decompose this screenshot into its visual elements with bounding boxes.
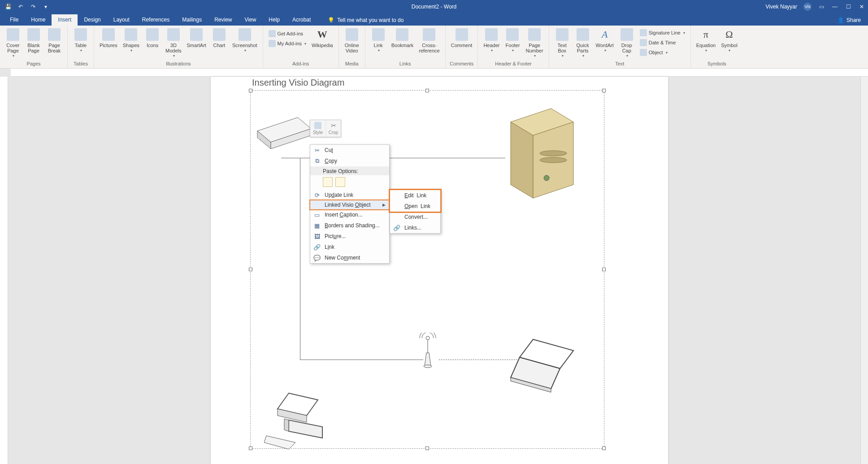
screenshot-button[interactable]: Screenshot▾ (230, 26, 259, 54)
online-video-button[interactable]: Online Video (343, 26, 361, 54)
date-time-button[interactable]: Date & Time (638, 38, 687, 47)
linked-visio-object[interactable]: Style ✂ Crop ✂ Cut ⧉ Copy Paste Options: (250, 90, 604, 449)
quick-parts-button[interactable]: Quick Parts▾ (573, 26, 592, 59)
ctx-borders-shading[interactable]: ▦ Borders and Shading... (310, 220, 389, 231)
svg-marker-4 (511, 122, 533, 198)
symbol-button[interactable]: ΩSymbol▾ (719, 26, 739, 54)
resize-handle-icon[interactable] (249, 447, 252, 450)
borders-icon: ▦ (313, 221, 321, 230)
resize-handle-icon[interactable] (602, 268, 606, 271)
drop-cap-button[interactable]: Drop Cap▾ (617, 26, 636, 59)
ctx-new-comment[interactable]: 💬 New Comment (310, 252, 389, 263)
text-box-button[interactable]: Text Box▾ (553, 26, 572, 59)
resize-handle-icon[interactable] (602, 447, 606, 450)
share-icon: 👤 (838, 17, 844, 23)
signature-line-button[interactable]: Signature Line▾ (638, 28, 687, 37)
resize-handle-icon[interactable] (249, 89, 252, 92)
sub-edit-link[interactable]: Edit Link (390, 190, 440, 201)
vertical-ruler[interactable] (0, 77, 8, 464)
smartart-label: SmartArt (187, 43, 206, 48)
resize-handle-icon[interactable] (249, 268, 252, 271)
ctx-copy[interactable]: ⧉ Copy (310, 156, 389, 166)
ctx-update-link[interactable]: ⟳ Update Link (310, 190, 389, 200)
my-addins-button[interactable]: My Add-ins▾ (267, 39, 308, 48)
tab-acrobat[interactable]: Acrobat (286, 14, 317, 26)
chart-button[interactable]: Chart (210, 26, 229, 49)
blank-page-button[interactable]: Blank Page (24, 26, 43, 54)
vertical-scrollbar[interactable] (860, 77, 868, 464)
tab-review[interactable]: Review (208, 14, 238, 26)
table-icon (74, 28, 87, 41)
comment-label: Comment (451, 43, 473, 48)
object-button[interactable]: Object▾ (638, 48, 687, 57)
cover-page-button[interactable]: Cover Page▾ (4, 26, 22, 59)
tab-help[interactable]: Help (262, 14, 286, 26)
close-icon[interactable]: ✕ (858, 3, 865, 10)
ctx-link[interactable]: 🔗 Link (310, 242, 389, 252)
tell-me-search[interactable]: 💡 Tell me what you want to do (321, 15, 410, 26)
wikipedia-button[interactable]: WWikipedia (310, 26, 335, 49)
context-menu: ✂ Cut ⧉ Copy Paste Options: ⟳ Update Lin… (310, 144, 390, 264)
cross-reference-button[interactable]: Cross- reference (417, 26, 441, 54)
tab-design[interactable]: Design (78, 14, 107, 26)
undo-icon[interactable]: ↶ (17, 3, 24, 10)
sub-convert[interactable]: Convert... (390, 212, 440, 222)
redo-icon[interactable]: ↷ (30, 3, 37, 10)
signature-line-label: Signature Line (649, 30, 681, 35)
tab-file[interactable]: File (4, 14, 25, 26)
smartart-button[interactable]: SmartArt (185, 26, 208, 49)
shapes-button[interactable]: Shapes▾ (121, 26, 141, 54)
ribbon-options-icon[interactable]: ▭ (818, 3, 825, 10)
footer-button[interactable]: Footer▾ (503, 26, 522, 54)
wordart-button[interactable]: AWordArt▾ (594, 26, 616, 54)
link-button[interactable]: Link▾ (369, 26, 388, 54)
resize-handle-icon[interactable] (425, 447, 429, 450)
tab-references[interactable]: References (136, 14, 176, 26)
3d-models-button[interactable]: 3D Models▾ (164, 26, 183, 59)
pictures-button[interactable]: Pictures (98, 26, 119, 49)
tab-mailings[interactable]: Mailings (176, 14, 208, 26)
tab-insert[interactable]: Insert (52, 14, 78, 26)
tab-layout[interactable]: Layout (107, 14, 136, 26)
document-heading: Inserting Visio Diagram (252, 78, 344, 88)
lightbulb-icon: 💡 (328, 17, 334, 23)
maximize-icon[interactable]: ☐ (845, 3, 852, 10)
paste-picture-icon[interactable] (335, 177, 345, 187)
page-number-button[interactable]: Page Number▾ (524, 26, 545, 59)
share-button[interactable]: 👤 Share (830, 15, 868, 26)
connector-line (300, 158, 300, 360)
equation-label: Equation (696, 43, 716, 48)
save-icon[interactable]: 💾 (4, 3, 12, 10)
ctx-linked-visio-object[interactable]: Linked Visio Object ▶ (309, 199, 390, 210)
ctx-picture[interactable]: 🖼 Picture... (310, 231, 389, 242)
style-button[interactable]: Style (310, 120, 326, 137)
ctx-insert-caption[interactable]: ▭ Insert Caption... (310, 209, 389, 220)
pictures-icon (102, 28, 115, 41)
get-addins-button[interactable]: Get Add-ins (267, 29, 308, 38)
bookmark-button[interactable]: Bookmark (390, 26, 416, 49)
tab-view[interactable]: View (239, 14, 263, 26)
paste-keep-formatting-icon[interactable] (323, 177, 333, 187)
icons-button[interactable]: Icons (143, 26, 162, 49)
page-break-button[interactable]: Page Break (45, 26, 64, 54)
minimize-icon[interactable]: — (831, 3, 838, 10)
document-canvas[interactable]: Inserting Visio Diagram (11, 77, 868, 464)
table-button[interactable]: Table▾ (71, 26, 90, 54)
user-avatar-icon[interactable]: VN (803, 3, 812, 11)
visio-switch-shape (255, 115, 313, 165)
style-icon (314, 122, 321, 129)
resize-handle-icon[interactable] (602, 89, 606, 92)
sub-links[interactable]: 🔗 Links... (390, 222, 440, 233)
blank-page-icon (27, 28, 40, 41)
horizontal-ruler[interactable] (11, 69, 868, 77)
tab-home[interactable]: Home (25, 14, 52, 26)
sub-open-link[interactable]: Open Link (390, 201, 440, 212)
resize-handle-icon[interactable] (425, 89, 429, 92)
header-button[interactable]: Header▾ (482, 26, 501, 54)
qat-customize-icon[interactable]: ▾ (42, 3, 49, 10)
ribbon: Cover Page▾ Blank Page Page Break Pages … (0, 26, 868, 69)
equation-button[interactable]: πEquation▾ (694, 26, 717, 54)
crop-button[interactable]: ✂ Crop (326, 120, 341, 137)
ctx-cut[interactable]: ✂ Cut (310, 145, 389, 156)
comment-button[interactable]: Comment (449, 26, 474, 49)
